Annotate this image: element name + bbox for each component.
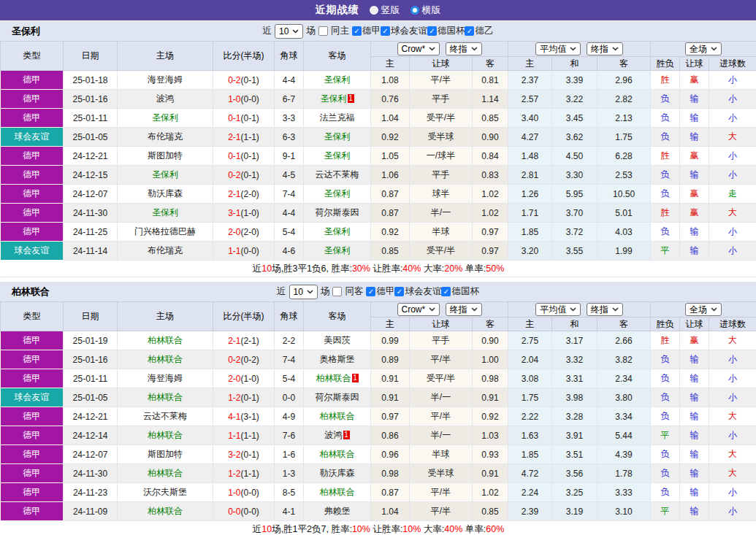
avg-home: 3.20 [508,242,552,261]
result-goals: 小 [709,388,756,407]
layout-option-vertical[interactable]: 竖版 [370,4,400,17]
avg-draw: 3.28 [552,407,597,426]
match-date: 25-01-05 [64,388,118,407]
col-home: 主场 [118,302,213,331]
summary-stat-value: 30% [352,263,370,274]
handicap-line: 平手 [410,331,473,350]
avg-index-select[interactable]: 终指 [587,42,623,55]
league-filter[interactable]: 德乙 [465,25,493,37]
match-type-badge: 德甲 [1,445,64,464]
half-score: (0-1) [241,75,259,85]
avg-home: 2.24 [508,483,552,502]
odds-home: 1.08 [371,71,410,90]
layout-option-horizontal[interactable]: 横版 [411,4,441,17]
radio-vertical-icon[interactable] [370,6,378,15]
avg-away: 1.75 [597,128,651,147]
team-section-union-berlin: 柏林联合 近 10 场 同客 德甲球会友谊德国杯 [0,281,756,535]
league-filter[interactable]: 德甲 [366,285,394,298]
league-checkbox[interactable] [352,26,362,36]
result-goals: 小 [709,369,756,388]
team-link: 柏林联合 [148,354,183,364]
odds-index-select[interactable]: 终指 [446,42,482,55]
avg-index-select[interactable]: 终指 [587,303,623,316]
avg-away: 2.13 [597,109,651,128]
league-checkbox[interactable] [465,26,474,36]
league-label: 德国杯 [438,25,465,37]
team-link: 勒沃库森 [148,188,183,199]
odds-away: 0.85 [473,109,508,128]
half-score: (0-0) [241,246,259,256]
league-filter[interactable]: 德国杯 [427,25,465,37]
full-score: 1-2 [228,469,240,479]
match-row: 德甲24-12-14柏林联合1-1(1-1)7-6波鸿10.86半/一1.031… [1,426,756,445]
home-team: 圣保利 [118,204,213,223]
home-team: 门兴格拉德巴赫 [118,223,213,242]
result-wdl: 负 [651,185,680,204]
league-filter[interactable]: 德甲 [352,25,381,37]
match-type-badge: 德甲 [1,407,64,426]
same-venue-checkbox[interactable] [318,26,328,36]
league-filter[interactable]: 德国杯 [441,285,479,298]
scope-select[interactable]: 全场 [685,303,722,316]
result-wdl: 胜 [651,71,680,90]
near-label: 近 [263,25,272,37]
avg-away: 3.10 [597,502,651,521]
home-team: 海登海姆 [118,71,213,90]
col-handicap: 让球 [410,317,473,331]
radio-horizontal-icon[interactable] [411,6,419,15]
result-wdl: 负 [651,445,680,464]
same-venue-checkbox[interactable] [332,287,342,296]
match-date: 25-01-16 [64,350,118,369]
league-checkbox[interactable] [366,287,375,296]
match-type-badge: 德甲 [1,331,64,350]
odds-company-select[interactable]: Crow* [397,303,440,316]
full-score: 2-0 [228,227,240,237]
avg-company-select[interactable]: 平均值 [535,42,581,55]
league-checkbox[interactable] [427,26,437,36]
match-count-select[interactable]: 10 [289,285,318,299]
league-checkbox[interactable] [381,26,390,36]
avg-draw: 3.25 [552,483,597,502]
league-checkbox[interactable] [394,287,404,296]
match-count-select[interactable]: 10 [275,24,303,39]
match-score: 0-1(0-1) [213,147,275,166]
away-team: 波鸿1 [304,426,371,445]
result-handicap: 输 [680,464,709,483]
away-team: 圣保利 [304,128,371,147]
team-link: 海登海姆 [148,373,183,383]
corner-score: 7-6 [275,426,304,445]
half-score: (0-0) [241,94,259,104]
half-score: (1-1) [241,132,259,142]
match-row: 德甲24-12-07勒沃库森2-1(2-0)7-4圣保利0.87球半1.021.… [1,185,756,204]
avg-home: 2.37 [508,71,552,90]
chevron-down-icon [292,29,299,34]
results-table: 类型 日期 主场 比分(半场) 角球 客场 Crow* 终指 平均值 终指 [0,41,756,277]
league-filter[interactable]: 球会友谊 [381,25,427,37]
avg-company-select[interactable]: 平均值 [535,303,581,316]
corner-score: 2-2 [275,331,304,350]
avg-away: 3.33 [597,483,651,502]
scope-select[interactable]: 全场 [685,42,722,55]
avg-draw: 3.70 [552,204,597,223]
avg-draw: 3.51 [552,445,597,464]
summary-stat-value: 10 [261,524,272,534]
odds-home: 0.98 [371,464,410,483]
result-wdl: 负 [651,166,680,185]
odds-index-select[interactable]: 终指 [446,303,482,316]
league-checkbox[interactable] [441,287,451,296]
league-label: 球会友谊 [405,285,441,298]
match-row: 德甲25-01-16柏林联合0-2(0-2)7-4奥格斯堡0.89平/半1.00… [1,350,756,369]
result-handicap: 输 [680,407,709,426]
col-avg-home: 主 [508,317,552,331]
odds-company-select[interactable]: Crow* [397,42,440,55]
league-filter[interactable]: 球会友谊 [394,285,441,298]
result-wdl: 平 [651,426,680,445]
match-date: 24-11-09 [64,502,118,521]
match-date: 24-12-21 [64,407,118,426]
summary-text: 场,胜3平1负6, 胜率: [272,263,352,274]
league-label: 德甲 [376,285,394,298]
col-odds-away: 客 [473,317,508,331]
corner-score: 1-6 [275,445,304,464]
games-label: 场 [306,25,316,37]
odds-home: 0.92 [371,223,410,242]
